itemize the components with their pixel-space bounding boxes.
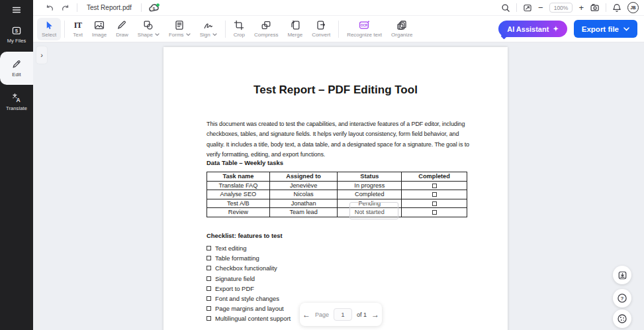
export-file-button[interactable]: Export file	[574, 20, 637, 38]
tool-image[interactable]: Image	[87, 18, 111, 40]
checklist-checkbox[interactable]	[207, 286, 211, 291]
row-checkbox[interactable]	[432, 184, 437, 188]
tool-organize[interactable]: Organize	[387, 18, 417, 40]
checklist-checkbox[interactable]	[207, 316, 211, 321]
checklist-item-label: Signature field	[215, 275, 255, 282]
tool-forms[interactable]: Forms	[164, 18, 195, 40]
sidebar-item-label: Edit	[12, 72, 21, 78]
zoom-level[interactable]: 100%	[549, 3, 573, 13]
cloud-sync-button[interactable]: S	[148, 3, 161, 13]
sidebar-item-edit[interactable]: Edit	[0, 52, 33, 85]
tool-merge[interactable]: Merge	[283, 18, 307, 40]
snapshot-button[interactable]	[590, 3, 600, 13]
user-avatar[interactable]: JB	[627, 2, 639, 13]
ai-assistant-label: AI Assistant	[507, 25, 549, 33]
document-filename[interactable]: Test Report.pdf	[84, 4, 134, 11]
column-header: Task name	[207, 172, 270, 182]
sidebar-item-my-files[interactable]: S My Files	[0, 19, 33, 50]
tool-compress[interactable]: Compress	[250, 18, 283, 40]
tool-crop[interactable]: Crop	[229, 18, 250, 40]
camera-icon	[590, 3, 600, 13]
tool-select[interactable]: Select	[37, 18, 61, 40]
prev-page-button[interactable]: ←	[302, 311, 310, 319]
ocr-icon: OCR	[359, 20, 370, 30]
tool-shape[interactable]: Shape	[133, 18, 164, 40]
crop-icon	[234, 20, 244, 30]
row-checkbox[interactable]	[432, 210, 437, 215]
checklist-item-label: Table formatting	[215, 254, 259, 262]
checklist-checkbox[interactable]	[207, 296, 211, 301]
tool-convert[interactable]: Convert	[307, 18, 335, 40]
pdf-page[interactable]: Test Report – PDF Editing Tool This docu…	[163, 47, 508, 330]
ocr-label: OCR	[361, 24, 368, 27]
chevron-down-icon	[155, 33, 160, 36]
checklist-checkbox[interactable]	[207, 276, 211, 281]
page-count-label: of 1	[357, 311, 367, 318]
tool-sign[interactable]: Sign	[195, 18, 222, 40]
cloud-letter: S	[153, 7, 156, 11]
sidebar-item-translate[interactable]: A Translate	[0, 86, 33, 118]
download-button[interactable]	[613, 266, 631, 284]
menu-button[interactable]	[0, 1, 33, 19]
table-row: Review Team lead Not started	[207, 208, 467, 217]
tool-label: Merge	[287, 32, 302, 38]
divider	[225, 21, 226, 38]
help-button[interactable]: ?	[613, 289, 631, 307]
panel-expand-button[interactable]: ›	[36, 46, 47, 64]
row-checkbox[interactable]	[432, 201, 437, 206]
checklist-item-label: Multilingual content support	[215, 315, 291, 322]
column-header: Assigned to	[269, 172, 338, 182]
divider	[606, 3, 606, 12]
checklist-checkbox[interactable]	[207, 266, 211, 270]
ai-assistant-button[interactable]: AI Assistant ✦	[498, 21, 567, 37]
cookie-settings-button[interactable]	[613, 309, 631, 328]
checklist: Text editing Table formatting Checkbox f…	[207, 243, 291, 324]
export-file-label: Export file	[582, 25, 619, 33]
next-page-button[interactable]: →	[371, 311, 379, 319]
tool-label: Select	[42, 32, 56, 38]
checklist-item-label: Text editing	[215, 245, 246, 252]
table-row: Test A/B Jonathan Pending	[207, 199, 467, 208]
assigned-to-cell: Team lead	[269, 208, 338, 217]
checklist-checkbox[interactable]	[207, 246, 211, 250]
completed-cell	[402, 181, 467, 190]
expand-chevron-icon: ›	[40, 51, 43, 59]
checklist-item: Checkbox functionality	[207, 263, 291, 273]
undo-button[interactable]	[45, 3, 54, 13]
translate-letter: A	[17, 97, 21, 103]
assigned-to-cell: Nicolas	[269, 190, 338, 199]
checklist-item-label: Page margins and layout	[215, 305, 284, 312]
tool-text[interactable]: IT Text	[68, 18, 87, 40]
checklist-heading: Checklist: features to test	[207, 232, 283, 239]
convert-icon	[316, 20, 326, 30]
zoom-in-button[interactable]: +	[578, 3, 584, 12]
folder-letter: S	[15, 28, 19, 33]
search-icon	[501, 3, 510, 13]
zoom-out-button[interactable]: −	[538, 3, 543, 12]
notifications-button[interactable]	[612, 3, 621, 13]
hamburger-icon	[11, 5, 22, 15]
cloud-sync-icon: S	[148, 3, 161, 13]
task-name-cell: Analyse SEO	[207, 190, 270, 199]
draw-pencil-icon	[116, 20, 127, 30]
selected-text-box-overlay[interactable]	[349, 202, 398, 219]
tool-recognize-text[interactable]: OCR Recognize text	[342, 18, 387, 40]
redo-button[interactable]	[61, 3, 70, 13]
task-name-cell: Translate FAQ	[207, 181, 270, 190]
checklist-checkbox[interactable]	[207, 256, 211, 260]
question-glyph: ?	[621, 296, 624, 302]
tool-label: Image	[92, 32, 107, 38]
document-title: Test Report – PDF Editing Tool	[163, 83, 508, 97]
column-header: Completed	[402, 172, 467, 182]
fit-to-page-button[interactable]	[523, 3, 532, 13]
page-number-input[interactable]	[334, 308, 352, 321]
tool-draw[interactable]: Draw	[111, 18, 133, 40]
completed-cell	[402, 208, 467, 217]
search-button[interactable]	[501, 3, 510, 13]
checklist-item-label: Checkbox functionality	[215, 264, 277, 272]
row-checkbox[interactable]	[432, 192, 437, 197]
pdf-editor-app: S My Files Edit A Translate	[0, 0, 644, 330]
sidebar: S My Files Edit A Translate	[0, 0, 33, 330]
signature-icon	[203, 20, 214, 30]
checklist-checkbox[interactable]	[207, 306, 211, 311]
